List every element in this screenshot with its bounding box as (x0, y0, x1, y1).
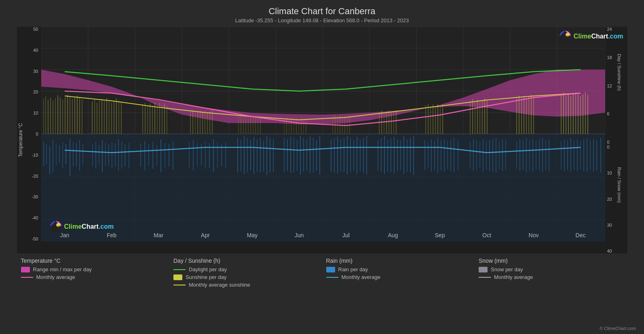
svg-rect-125 (444, 139, 445, 172)
svg-rect-220 (243, 117, 244, 134)
svg-rect-224 (253, 115, 253, 134)
svg-rect-184 (92, 102, 93, 134)
svg-rect-108 (381, 138, 382, 172)
svg-rect-262 (470, 101, 471, 134)
copyright: © ClimeChart.com (600, 326, 636, 331)
svg-rect-176 (65, 98, 65, 134)
svg-rect-149 (539, 139, 540, 171)
svg-rect-26 (41, 134, 605, 241)
svg-rect-292 (559, 36, 571, 37)
legend-swatch-sunshine (173, 274, 182, 280)
svg-rect-100 (347, 136, 348, 174)
svg-rect-295 (50, 226, 62, 228)
svg-rect-186 (97, 103, 97, 134)
y-axis-label-temperature: Temperature °C (18, 123, 23, 157)
svg-rect-259 (437, 104, 438, 134)
svg-rect-105 (363, 138, 364, 172)
svg-rect-175 (62, 100, 63, 134)
month-aug: Aug (388, 232, 398, 238)
svg-rect-249 (386, 111, 387, 134)
svg-rect-256 (430, 106, 431, 134)
svg-rect-283 (573, 94, 574, 134)
svg-rect-287 (583, 94, 583, 134)
svg-rect-252 (393, 111, 394, 134)
svg-rect-270 (516, 98, 517, 134)
svg-rect-134 (483, 139, 484, 172)
legend-rain: Rain (mm) Rain per day Monthly average (326, 257, 471, 289)
svg-rect-127 (450, 139, 451, 171)
legend-line-rain-avg (326, 277, 338, 278)
svg-rect-258 (435, 106, 436, 134)
svg-rect-33 (62, 142, 63, 168)
legend-rain-avg: Monthly average (326, 274, 471, 280)
svg-rect-44 (105, 143, 106, 166)
legend-line-sunshine-avg (173, 285, 186, 285)
svg-rect-250 (389, 110, 389, 134)
svg-rect-173 (57, 95, 58, 134)
svg-rect-274 (526, 99, 527, 134)
svg-rect-47 (115, 143, 116, 167)
svg-rect-53 (144, 141, 145, 170)
svg-rect-217 (212, 110, 213, 134)
svg-rect-142 (516, 141, 517, 169)
legend-rain-per-day: Rain per day (326, 266, 471, 272)
svg-rect-196 (121, 102, 122, 134)
legend-sunshine-per-day: Sunshine per day (173, 274, 318, 280)
svg-rect-57 (160, 139, 161, 172)
svg-rect-191 (109, 100, 110, 134)
legend-label-sunshine-avg: Monthly average sunshine (189, 282, 250, 288)
svg-rect-27 (43, 142, 44, 166)
svg-rect-91 (310, 137, 310, 173)
svg-rect-170 (50, 98, 51, 134)
svg-rect-68 (217, 142, 218, 168)
legend-temperature: Temperature °C Range min / max per day M… (21, 257, 166, 289)
svg-rect-227 (260, 117, 261, 134)
svg-rect-234 (298, 119, 299, 134)
svg-rect-255 (428, 104, 429, 134)
svg-rect-188 (101, 99, 102, 134)
legend-swatch-rain (326, 267, 335, 272)
svg-rect-195 (118, 100, 119, 134)
month-jul: Jul (342, 232, 350, 238)
month-may: May (247, 232, 257, 238)
svg-rect-34 (65, 144, 66, 164)
svg-rect-112 (394, 137, 395, 173)
svg-rect-138 (496, 138, 496, 173)
chart-svg: Jan Feb Mar Apr May Jun Jul Aug Sep Oct … (41, 27, 605, 241)
legend-label-rain-avg: Monthly average (342, 274, 380, 280)
svg-rect-144 (523, 140, 524, 170)
svg-rect-261 (442, 104, 443, 134)
svg-rect-257 (433, 104, 433, 134)
svg-rect-85 (290, 137, 291, 173)
svg-rect-289 (587, 95, 588, 134)
svg-rect-214 (205, 111, 205, 134)
svg-rect-82 (273, 139, 274, 172)
svg-rect-165 (600, 138, 601, 172)
page-title: Climate Chart for Canberra (268, 6, 375, 17)
svg-rect-107 (378, 140, 378, 171)
svg-rect-46 (112, 142, 112, 168)
svg-rect-78 (260, 138, 261, 172)
y-axis-label-sunshine: Day / Sunshine (h) (617, 54, 622, 91)
svg-rect-151 (545, 140, 546, 170)
legend-snow-per-day: Snow per day (479, 266, 623, 272)
svg-rect-211 (197, 111, 198, 134)
legend-rain-title: Rain (mm) (326, 257, 471, 264)
svg-rect-70 (225, 142, 226, 168)
chart-svg-container: Jan Feb Mar Apr May Jun Jul Aug Sep Oct … (41, 27, 605, 241)
legend-temp-range: Range min / max per day (21, 266, 166, 272)
month-mar: Mar (153, 232, 163, 238)
legend-line-snow-avg (479, 277, 491, 278)
month-nov: Nov (528, 232, 538, 238)
svg-rect-77 (257, 139, 258, 172)
logo-icon-bottom (49, 220, 62, 233)
svg-rect-28 (46, 144, 47, 164)
svg-rect-286 (580, 96, 581, 134)
svg-rect-199 (147, 105, 148, 134)
legend-area: Temperature °C Range min / max per day M… (17, 257, 627, 289)
svg-rect-102 (353, 140, 354, 171)
svg-rect-178 (70, 96, 70, 134)
legend-label-daylight: Daylight per day (189, 266, 227, 272)
svg-rect-246 (379, 112, 380, 134)
svg-rect-35 (70, 139, 70, 176)
